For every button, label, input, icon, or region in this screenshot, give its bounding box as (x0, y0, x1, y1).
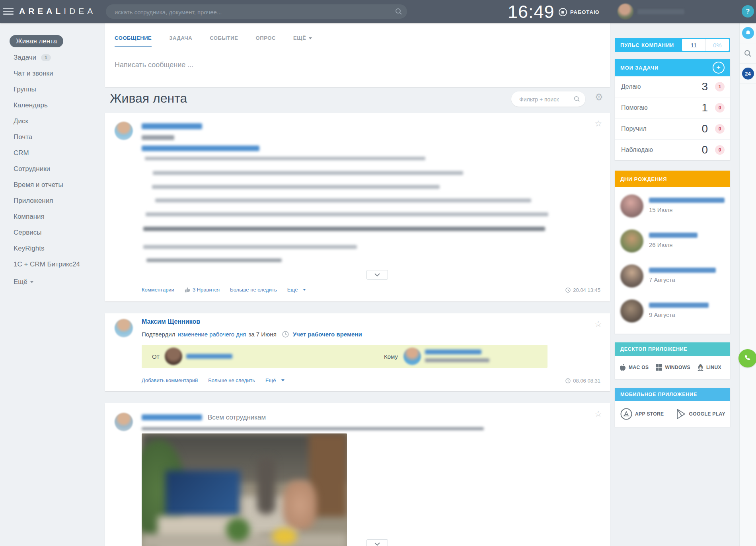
compose-message-field[interactable]: Написать сообщение ... (115, 61, 193, 69)
current-user-avatar[interactable] (618, 4, 633, 19)
expand-post-button[interactable] (366, 270, 388, 280)
stop-icon (559, 8, 567, 16)
chevron-down-icon (30, 281, 33, 283)
feed-post-1: ☆ Комментарии 3 Нравится Больше не следи… (105, 113, 610, 301)
more-link[interactable]: Ещё (287, 287, 306, 293)
redacted-birthday-name[interactable] (649, 198, 725, 203)
birthday-avatar[interactable] (620, 299, 643, 323)
birthday-item[interactable]: 7 Августа (615, 261, 730, 296)
macos-download-link[interactable]: MAC OS (620, 364, 649, 371)
star-icon[interactable]: ☆ (594, 410, 602, 418)
logo[interactable]: AREALIDEA (19, 6, 96, 16)
redacted-birthday-name[interactable] (649, 233, 698, 238)
redacted-author-name[interactable] (142, 123, 202, 129)
sidebar-item-chat-calls[interactable]: Чат и звонки (0, 66, 105, 82)
redacted-author-name[interactable] (142, 414, 202, 420)
birthday-item[interactable]: 15 Июля (615, 191, 730, 226)
redacted-birthday-name[interactable] (649, 268, 716, 273)
sidebar-item-company[interactable]: Компания (0, 209, 105, 225)
redacted-from-name[interactable] (186, 354, 232, 359)
search-icon[interactable] (395, 8, 402, 17)
tab-message[interactable]: СООБЩЕНИЕ (115, 35, 152, 47)
redacted-link[interactable] (142, 146, 259, 151)
star-icon[interactable]: ☆ (594, 320, 602, 328)
rail-search-button[interactable] (740, 43, 756, 64)
post-author-avatar[interactable] (115, 122, 133, 140)
task-row-doing[interactable]: Делаю 3 1 (615, 76, 730, 97)
linux-download-link[interactable]: LINUX (698, 364, 721, 371)
sidebar-item-1c-crm[interactable]: 1С + CRM Битрикс24 (0, 256, 105, 272)
sidebar-item-crm[interactable]: CRM (0, 145, 105, 161)
gear-icon[interactable]: ⚙ (595, 93, 603, 102)
sidebar-item-more[interactable]: Ещё (0, 274, 105, 290)
current-user-name-redacted[interactable] (637, 9, 684, 14)
tab-event[interactable]: СОБЫТИЕ (210, 35, 238, 47)
windows-download-link[interactable]: WINDOWS (656, 364, 690, 371)
task-row-count: 3 (701, 80, 708, 93)
my-tasks-widget: МОИ ЗАДАЧИ + Делаю 3 1 Помогаю 1 0 Поруч… (615, 59, 730, 160)
task-row-watching[interactable]: Наблюдаю 0 0 (615, 139, 730, 160)
expand-post-button[interactable] (366, 539, 388, 546)
hamburger-menu-icon[interactable] (3, 8, 14, 16)
sidebar-item-mail[interactable]: Почта (0, 129, 105, 145)
telephony-button[interactable] (738, 349, 756, 367)
company-pulse-widget[interactable]: ПУЛЬС КОМПАНИИ 11 0% (615, 38, 730, 52)
post-actions: Добавить комментарий Больше не следить Е… (142, 377, 284, 383)
sidebar-item-label: Диск (14, 117, 28, 125)
tab-more[interactable]: ЕЩЁ (293, 35, 312, 47)
app-store-link[interactable]: APP STORE (620, 408, 664, 420)
comments-link[interactable]: Комментарии (142, 287, 174, 293)
sidebar-item-time-reports[interactable]: Время и отчеты (0, 177, 105, 193)
worktime-status[interactable]: РАБОТАЮ (559, 8, 599, 16)
post-author-link[interactable]: Максим Щенников (142, 318, 200, 325)
post-photo-blurred[interactable] (142, 433, 347, 546)
my-tasks-header[interactable]: МОИ ЗАДАЧИ + (615, 59, 730, 76)
sidebar-item-employees[interactable]: Сотрудники (0, 161, 105, 177)
birthday-avatar[interactable] (620, 194, 643, 218)
worktime-tag-link[interactable]: Учет рабочего времени (293, 331, 362, 338)
sidebar-item-label: 1С + CRM Битрикс24 (14, 260, 80, 268)
worktime-clock[interactable]: 16:49 (508, 2, 555, 22)
more-link[interactable]: Ещё (265, 377, 284, 383)
task-row-helping[interactable]: Помогаю 1 0 (615, 97, 730, 118)
post-author-avatar[interactable] (115, 319, 133, 337)
add-comment-link[interactable]: Добавить комментарий (142, 377, 198, 383)
star-icon[interactable]: ☆ (594, 119, 602, 128)
likes-link[interactable]: 3 Нравится (185, 287, 220, 293)
sidebar-item-tasks[interactable]: Задачи 1 (0, 50, 105, 66)
birthday-avatar[interactable] (620, 229, 643, 253)
workday-change-link[interactable]: изменение рабочего дня (177, 331, 246, 338)
google-play-link[interactable]: GOOGLE PLAY (676, 408, 725, 420)
task-row-delegated[interactable]: Поручил 0 0 (615, 118, 730, 139)
sidebar-item-drive[interactable]: Диск (0, 113, 105, 129)
bitrix24-button[interactable]: 24 (740, 64, 756, 84)
unfollow-link[interactable]: Больше не следить (230, 287, 277, 293)
sidebar-item-calendar[interactable]: Календарь (0, 97, 105, 113)
search-icon[interactable] (574, 96, 580, 104)
to-user-avatar[interactable] (403, 348, 421, 365)
from-user-avatar[interactable] (165, 348, 182, 365)
redacted-to-name[interactable] (425, 350, 481, 354)
left-sidebar: Живая лента Задачи 1 Чат и звонки Группы… (0, 23, 105, 546)
notifications-button[interactable] (740, 23, 756, 43)
right-rail: 24 (739, 23, 756, 546)
global-search-input[interactable] (114, 4, 390, 19)
add-task-button[interactable]: + (713, 62, 725, 74)
sidebar-item-keyrights[interactable]: KeyRights (0, 241, 105, 256)
help-icon[interactable]: ? (742, 5, 754, 17)
post-author-avatar[interactable] (115, 413, 133, 431)
sidebar-item-services[interactable]: Сервисы (0, 225, 105, 241)
tab-poll[interactable]: ОПРОС (256, 35, 276, 47)
sidebar-item-live-feed[interactable]: Живая лента (10, 35, 63, 47)
birthday-item[interactable]: 26 Июля (615, 226, 730, 261)
redacted-birthday-name[interactable] (649, 303, 709, 308)
feed-filter-input[interactable] (518, 91, 572, 107)
apple-icon (620, 364, 626, 371)
birthday-avatar[interactable] (620, 264, 643, 288)
tab-task[interactable]: ЗАДАЧА (169, 35, 192, 47)
birthday-item[interactable]: 9 Августа (615, 296, 730, 331)
linux-icon (698, 364, 703, 371)
sidebar-item-apps[interactable]: Приложения (0, 193, 105, 209)
unfollow-link[interactable]: Больше не следить (208, 377, 255, 383)
sidebar-item-groups[interactable]: Группы (0, 82, 105, 97)
